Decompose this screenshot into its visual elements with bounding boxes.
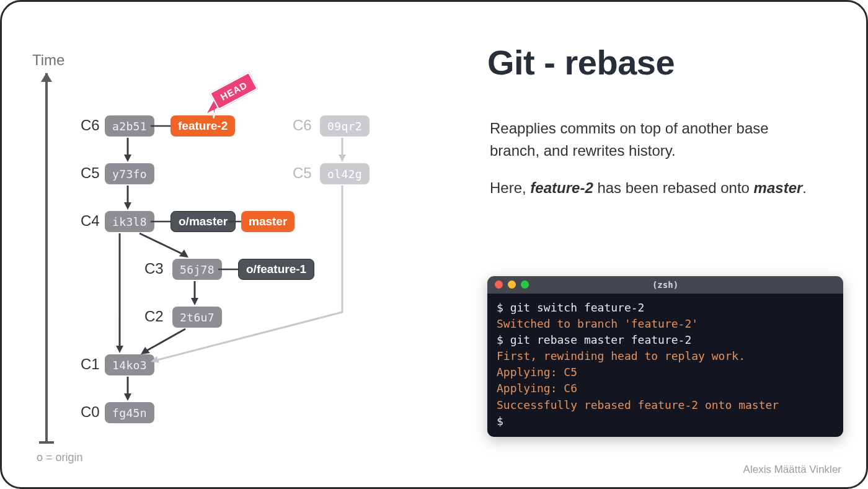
branch-master: master (241, 211, 294, 232)
terminal-titlebar: (zsh) (487, 276, 843, 294)
commit-num-c3: C3 (144, 260, 164, 277)
commit-num-c2: C2 (144, 308, 164, 325)
branch-o-feature-1: o/feature-1 (238, 259, 314, 280)
sha-c4: ik3l8 (105, 211, 154, 232)
time-axis (45, 73, 48, 443)
window-close-icon[interactable] (495, 280, 503, 289)
commit-num-c0: C0 (81, 403, 100, 421)
commit-num-c4: C4 (81, 212, 100, 230)
terminal-line: Applying: C5 (497, 364, 834, 380)
terminal-window: (zsh) $ git switch feature-2 Switched to… (487, 276, 843, 437)
sha-c0: fg45n (105, 402, 154, 423)
description: Reapplies commits on top of another base… (490, 117, 818, 214)
sha-c5: y73fo (105, 163, 154, 184)
sha-c3: 56j78 (172, 259, 222, 280)
terminal-line: First, rewinding head to replay work. (497, 348, 834, 364)
credit: Alexis Määttä Vinkler (743, 464, 841, 476)
head-label: HEAD (210, 72, 258, 110)
svg-marker-12 (179, 249, 188, 258)
terminal-body: $ git switch feature-2 Switched to branc… (487, 294, 843, 437)
legend-origin: o = origin (37, 451, 83, 464)
svg-marker-16 (141, 347, 150, 354)
sha-c1: 14ko3 (105, 354, 154, 375)
desc-line1: Reapplies commits on top of another base… (490, 117, 818, 162)
sha-c6: a2b51 (105, 115, 154, 137)
terminal-line: $ git rebase master feature-2 (497, 332, 834, 348)
page-title: Git - rebase (487, 42, 675, 83)
branch-feature-2: feature-2 (170, 115, 235, 137)
commit-num-c1: C1 (81, 356, 100, 373)
commit-num-c6-old: C6 (293, 117, 312, 134)
terminal-line: Successfully rebased feature-2 onto mast… (497, 397, 834, 413)
window-zoom-icon[interactable] (521, 280, 529, 289)
time-axis-label: Time (32, 52, 64, 69)
commit-num-c6: C6 (81, 117, 100, 134)
terminal-line: $ git switch feature-2 (497, 300, 834, 316)
window-minimize-icon[interactable] (508, 280, 516, 289)
commit-num-c5-old: C5 (293, 164, 312, 182)
svg-line-15 (144, 329, 185, 352)
head-pointer: HEAD (210, 72, 258, 110)
commit-num-c5: C5 (81, 164, 100, 182)
svg-marker-14 (191, 298, 198, 305)
sha-c6-old: 09qr2 (320, 115, 370, 137)
terminal-line: $ (497, 413, 834, 429)
terminal-title: (zsh) (652, 280, 678, 290)
slide-frame: Time o = origin Alexis Määttä Vinkler C6… (0, 0, 868, 489)
svg-marker-8 (124, 202, 131, 210)
svg-marker-10 (116, 346, 123, 353)
terminal-line: Applying: C6 (497, 380, 834, 397)
svg-marker-6 (124, 155, 131, 162)
sha-c2: 2t6u7 (172, 307, 222, 328)
sha-c5-old: ol42g (320, 163, 370, 184)
svg-marker-20 (339, 155, 346, 162)
desc-line2: Here, feature-2 has been rebased onto ma… (490, 177, 818, 199)
svg-marker-18 (124, 393, 131, 401)
terminal-line: Switched to branch 'feature-2' (497, 316, 834, 332)
branch-o-master: o/master (170, 211, 236, 232)
svg-line-11 (140, 233, 185, 255)
